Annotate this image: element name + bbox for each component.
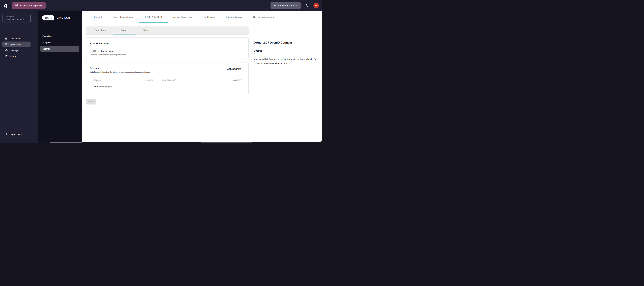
sidebar-item-label: Applications: [10, 43, 22, 46]
column-header-default[interactable]: Default: [145, 79, 162, 81]
adaptive-scopes-card: Adaptive scopes Enhance scopes Enhance c…: [86, 37, 248, 59]
left-sidebar: Environment Default environment Dashboar…: [0, 11, 38, 143]
scopes-empty-message: There is no scopes: [86, 83, 248, 88]
scopes-card: Scopes List of scope values that the cli…: [86, 62, 248, 95]
sort-icon: [241, 79, 242, 81]
sort-icon: [152, 79, 154, 81]
tab-certificates[interactable]: Certificates: [198, 11, 220, 23]
environment-label: Environment: [5, 15, 29, 17]
application-header: service APIM DCR: [42, 15, 70, 20]
enhance-scopes-label: Enhance scopes: [98, 50, 115, 52]
tab-general[interactable]: General: [88, 11, 107, 23]
column-header-scopes[interactable]: Scopes: [92, 79, 145, 81]
appnav-item-settings[interactable]: Settings: [40, 46, 79, 52]
scopes-table-header: Scopes Default User consent Actions: [86, 79, 248, 81]
sidebar-item-organization[interactable]: Organization: [2, 132, 30, 137]
adaptive-scopes-title: Adaptive scopes: [90, 37, 244, 45]
subtab-scopes[interactable]: Scopes: [113, 26, 136, 34]
help-panel-title: OAuth 2.0 / OpenID Connect: [254, 41, 320, 44]
subtab-tokens[interactable]: Tokens: [136, 26, 158, 34]
tab-password-policy[interactable]: Password policy: [220, 11, 248, 23]
sidebar-divider: [0, 128, 38, 129]
notifications-bell-icon[interactable]: [305, 3, 309, 7]
access-management-label: Access Management: [20, 4, 42, 7]
card-divider: [86, 75, 248, 75]
sidebar-item-alerts[interactable]: Alerts: [2, 53, 30, 59]
sidebar-item-settings[interactable]: Settings: [2, 47, 30, 53]
organization-icon: [5, 133, 8, 136]
oauth-subtabs: Grant flows Scopes Tokens: [86, 26, 248, 34]
app-type-chip: service: [42, 15, 54, 20]
top-bar: g Access Management dcr short form tutor…: [0, 0, 322, 11]
enhance-scopes-description: Enhance client scopes with user permissi…: [90, 54, 244, 56]
help-panel: OAuth 2.0 / OpenID Connect Scopes You ca…: [254, 41, 320, 66]
user-avatar[interactable]: M: [314, 3, 319, 8]
applications-icon: [5, 43, 8, 46]
sort-icon: [100, 79, 102, 81]
settings-tabs: General Application metadata OAuth 2.0 /…: [82, 11, 322, 23]
home-icon: [5, 37, 8, 40]
add-scopes-button[interactable]: + ADD SCOPES: [222, 66, 244, 72]
shield-lock-icon: [15, 4, 18, 7]
sidebar-item-label: Organization: [10, 133, 22, 136]
tab-administrative-roles[interactable]: Administrative roles: [168, 11, 198, 23]
collapse-menu-button[interactable]: Collapse menu: [2, 143, 30, 143]
tutorial-button-label: dcr short form tutorial: [274, 4, 297, 7]
subtab-grant-flows[interactable]: Grant flows: [87, 26, 113, 34]
appnav-item-overview[interactable]: Overview: [40, 33, 79, 39]
scopes-title: Scopes: [90, 67, 222, 70]
sidebar-nav: Dashboard Applications: [0, 36, 38, 59]
main-column: Grant flows Scopes Tokens Adaptive scope…: [86, 26, 248, 105]
help-panel-body: You can add default scopes to the tokens…: [254, 57, 320, 66]
tab-oauth-oidc[interactable]: OAuth 2.0 / OIDC: [139, 11, 168, 23]
avatar-initial: M: [315, 4, 317, 7]
app-name: APIM DCR: [57, 16, 70, 19]
application-nav: service APIM DCR Overview Endpoints Sett…: [38, 11, 82, 143]
scopes-description: List of scope values that the client can…: [90, 71, 222, 73]
app-root: g Access Management dcr short form tutor…: [0, 0, 322, 143]
alarm-clock-icon: [5, 55, 8, 58]
sidebar-item-dashboard[interactable]: Dashboard: [2, 36, 30, 41]
horizontal-scrollbar-thumb[interactable]: [50, 142, 82, 143]
chevron-down-icon: [27, 18, 29, 20]
environment-value: Default environment: [5, 18, 24, 20]
help-panel-subtitle: Scopes: [254, 49, 320, 52]
gear-icon: [5, 49, 8, 52]
column-header-user-consent[interactable]: User consent: [162, 79, 233, 81]
appnav-item-label: Endpoints: [42, 41, 52, 44]
save-button[interactable]: SAVE: [86, 99, 96, 105]
appnav-item-label: Settings: [42, 48, 50, 50]
sidebar-item-label: Dashboard: [10, 37, 21, 40]
environment-selector[interactable]: Environment Default environment: [2, 14, 30, 22]
main-row: Environment Default environment Dashboar…: [0, 11, 322, 143]
sidebar-item-label: Settings: [10, 49, 18, 52]
column-header-actions[interactable]: Actions: [233, 79, 244, 81]
appnav-item-label: Overview: [42, 35, 52, 37]
sort-icon: [175, 79, 176, 81]
tutorial-button[interactable]: dcr short form tutorial: [270, 2, 301, 9]
tab-application-metadata[interactable]: Application metadata: [107, 11, 139, 23]
appnav-item-endpoints[interactable]: Endpoints: [40, 40, 79, 46]
content-area: General Application metadata OAuth 2.0 /…: [82, 11, 322, 142]
enhance-scopes-toggle[interactable]: [90, 50, 96, 52]
tab-session-management[interactable]: Session management: [248, 11, 280, 23]
access-management-badge[interactable]: Access Management: [12, 2, 46, 9]
sidebar-item-applications[interactable]: Applications: [2, 41, 30, 47]
horizontal-scrollbar-thumb[interactable]: [201, 142, 252, 143]
gravitee-logo[interactable]: g: [4, 3, 8, 8]
sidebar-item-label: Alerts: [10, 55, 16, 57]
